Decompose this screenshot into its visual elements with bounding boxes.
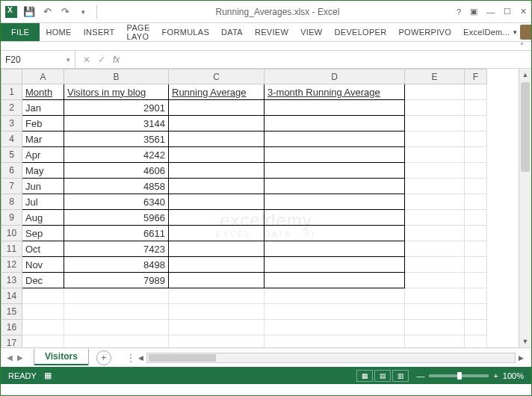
cell[interactable] [169,194,265,210]
cell[interactable] [169,147,265,163]
scroll-right-icon[interactable]: ▶ [516,354,527,362]
formula-bar[interactable] [127,51,531,68]
page-break-view-icon[interactable]: ▥ [392,370,409,382]
cell[interactable] [405,304,465,320]
cell[interactable]: 7989 [64,273,169,288]
cell[interactable] [169,288,265,304]
scroll-left-icon[interactable]: ◀ [135,354,146,362]
cell[interactable]: 3-month Running Average [265,84,405,100]
cell[interactable]: 3561 [64,132,169,147]
cell[interactable] [405,335,465,348]
cell[interactable] [405,179,465,194]
cell[interactable]: Oct [22,241,64,257]
maximize-icon[interactable]: ☐ [504,7,511,16]
cell[interactable] [465,304,487,320]
cell[interactable] [405,84,465,100]
row-header[interactable]: 12 [1,257,22,273]
cell[interactable] [265,194,405,210]
cell[interactable] [265,163,405,179]
fx-icon[interactable]: fx [113,55,120,65]
cell[interactable] [405,226,465,241]
cell[interactable] [465,179,487,194]
scroll-thumb[interactable] [149,354,216,362]
cell[interactable] [169,116,265,132]
cell[interactable]: May [22,163,64,179]
cell[interactable]: 8498 [64,257,169,273]
cell[interactable]: Month [22,84,64,100]
zoom-level[interactable]: 100% [503,371,524,380]
cell[interactable] [169,179,265,194]
cell[interactable] [405,116,465,132]
scroll-track[interactable] [146,353,516,363]
col-header-B[interactable]: B [64,69,169,84]
cell[interactable] [169,257,265,273]
tab-page-layout[interactable]: PAGE LAYO [121,23,156,41]
cell[interactable] [465,132,487,147]
cell[interactable] [465,163,487,179]
cell[interactable] [265,320,405,335]
cell[interactable] [405,288,465,304]
cell[interactable]: 4858 [64,179,169,194]
row-header[interactable]: 13 [1,273,22,288]
tab-insert[interactable]: INSERT [78,23,121,41]
save-icon[interactable]: 💾 [23,6,35,18]
cell[interactable] [405,210,465,226]
nav-next-icon[interactable]: ▶ [17,353,23,362]
cell[interactable] [169,273,265,288]
cell[interactable]: 3144 [64,116,169,132]
enter-icon[interactable]: ✓ [98,55,105,65]
cell[interactable] [465,288,487,304]
macro-record-icon[interactable]: ▦ [44,371,52,380]
page-layout-view-icon[interactable]: ▤ [374,370,391,382]
cell[interactable] [265,304,405,320]
row-header[interactable]: 1 [1,84,22,100]
cell[interactable]: Jan [22,100,64,116]
scroll-down-icon[interactable]: ▼ [519,335,531,347]
cell[interactable] [465,257,487,273]
cell[interactable] [405,132,465,147]
cell[interactable]: Dec [22,273,64,288]
cell[interactable]: Aug [22,210,64,226]
cell[interactable] [169,241,265,257]
zoom-in-icon[interactable]: + [493,371,498,380]
tab-view[interactable]: VIEW [294,23,328,41]
cell[interactable] [22,335,64,348]
zoom-slider[interactable] [429,374,489,377]
tab-powerpivot[interactable]: POWERPIVO [392,23,457,41]
cell[interactable] [465,320,487,335]
tab-data[interactable]: DATA [215,23,249,41]
cell[interactable] [169,320,265,335]
cell[interactable] [265,226,405,241]
cell[interactable] [465,116,487,132]
cell[interactable]: Jun [22,179,64,194]
row-header[interactable]: 3 [1,116,22,132]
cell[interactable] [465,194,487,210]
cell[interactable] [465,210,487,226]
cell[interactable]: Visitors in my blog [64,84,169,100]
col-header-E[interactable]: E [405,69,465,84]
undo-icon[interactable]: ↶ [41,6,53,18]
cell[interactable] [169,100,265,116]
row-header[interactable]: 11 [1,241,22,257]
col-header-A[interactable]: A [22,69,64,84]
cell[interactable] [465,147,487,163]
cell[interactable] [64,335,169,348]
cell[interactable] [405,320,465,335]
cell[interactable] [265,241,405,257]
cell[interactable] [405,147,465,163]
cell[interactable] [465,273,487,288]
vertical-scrollbar[interactable]: ▲ ▼ [519,69,531,347]
cell[interactable] [265,273,405,288]
help-icon[interactable]: ? [457,7,461,16]
cell[interactable] [169,304,265,320]
cell[interactable] [465,335,487,348]
cell[interactable] [465,84,487,100]
row-header[interactable]: 7 [1,179,22,194]
cell[interactable] [64,288,169,304]
tab-developer[interactable]: DEVELOPER [329,23,393,41]
cell[interactable] [169,210,265,226]
redo-icon[interactable]: ↷ [59,6,71,18]
qat-dropdown-icon[interactable]: ▾ [77,6,89,18]
row-header[interactable]: 8 [1,194,22,210]
col-header-C[interactable]: C [169,69,265,84]
